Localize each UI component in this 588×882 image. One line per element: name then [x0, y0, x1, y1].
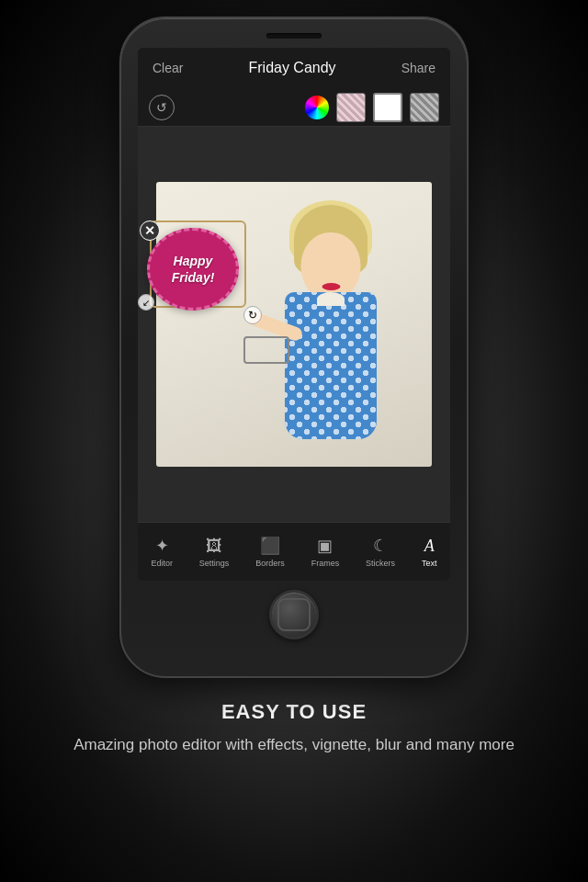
- nav-item-borders[interactable]: ⬛ Borders: [248, 532, 292, 571]
- clear-button[interactable]: Clear: [153, 61, 183, 75]
- color-picker-swatch[interactable]: [305, 96, 329, 119]
- glasses: [243, 336, 289, 364]
- share-button[interactable]: Share: [401, 61, 435, 75]
- face: [301, 232, 361, 301]
- undo-button[interactable]: ↺: [149, 95, 175, 120]
- white-swatch[interactable]: [373, 93, 402, 122]
- sticker-text: Happy Friday!: [172, 253, 215, 286]
- app-title: Friday Candy: [248, 60, 335, 76]
- canvas-area: Happy Friday! ✕ ↻ ↙: [138, 127, 450, 522]
- settings-icon: 🖼: [206, 537, 222, 556]
- sticker-resize-handle[interactable]: ↙: [138, 294, 154, 311]
- editor-icon: ✦: [155, 536, 169, 556]
- editor-label: Editor: [151, 559, 173, 568]
- body: [285, 292, 377, 439]
- sticker-rotate-handle[interactable]: ↻: [243, 306, 262, 324]
- sticker-delete-button[interactable]: ✕: [140, 220, 160, 241]
- bottom-nav: ✦ Editor 🖼 Settings ⬛ Borders ▣ Frames ☾…: [138, 522, 450, 581]
- pattern-swatch-1[interactable]: [336, 93, 366, 122]
- toolbar-row: ↺: [138, 88, 450, 127]
- phone-speaker: [266, 33, 322, 39]
- frames-label: Frames: [311, 559, 340, 568]
- home-button[interactable]: [269, 590, 319, 639]
- borders-icon: ⬛: [260, 536, 280, 556]
- sticker-happy-friday[interactable]: Happy Friday! ✕ ↻ ↙: [147, 228, 257, 320]
- nav-item-settings[interactable]: 🖼 Settings: [192, 533, 237, 571]
- settings-label: Settings: [199, 559, 230, 568]
- nav-item-editor[interactable]: ✦ Editor: [143, 532, 180, 571]
- home-button-inner: [277, 598, 311, 631]
- top-bar: Clear Friday Candy Share: [138, 48, 450, 88]
- phone-screen: Clear Friday Candy Share ↺: [138, 48, 450, 581]
- headline-text: EASY TO USE: [74, 700, 514, 724]
- text-icon: A: [424, 537, 435, 556]
- photo-frame: Happy Friday! ✕ ↻ ↙: [156, 182, 432, 467]
- borders-label: Borders: [255, 559, 285, 568]
- stickers-label: Stickers: [366, 559, 395, 568]
- frames-icon: ▣: [317, 536, 333, 556]
- gray-pattern-swatch[interactable]: [410, 93, 439, 122]
- nav-item-stickers[interactable]: ☾ Stickers: [358, 532, 402, 571]
- bottom-text-area: EASY TO USE Amazing photo editor with ef…: [37, 700, 551, 757]
- sticker-circle: Happy Friday!: [147, 228, 239, 311]
- woman-figure: [239, 200, 423, 467]
- photo-background: [156, 182, 432, 467]
- collar: [317, 292, 345, 306]
- text-label: Text: [422, 559, 437, 568]
- stickers-icon: ☾: [373, 536, 388, 556]
- description-text: Amazing photo editor with effects, vigne…: [74, 733, 514, 757]
- phone-shell: Clear Friday Candy Share ↺: [119, 17, 469, 678]
- nav-item-frames[interactable]: ▣ Frames: [304, 532, 347, 571]
- nav-item-text[interactable]: A Text: [414, 533, 445, 571]
